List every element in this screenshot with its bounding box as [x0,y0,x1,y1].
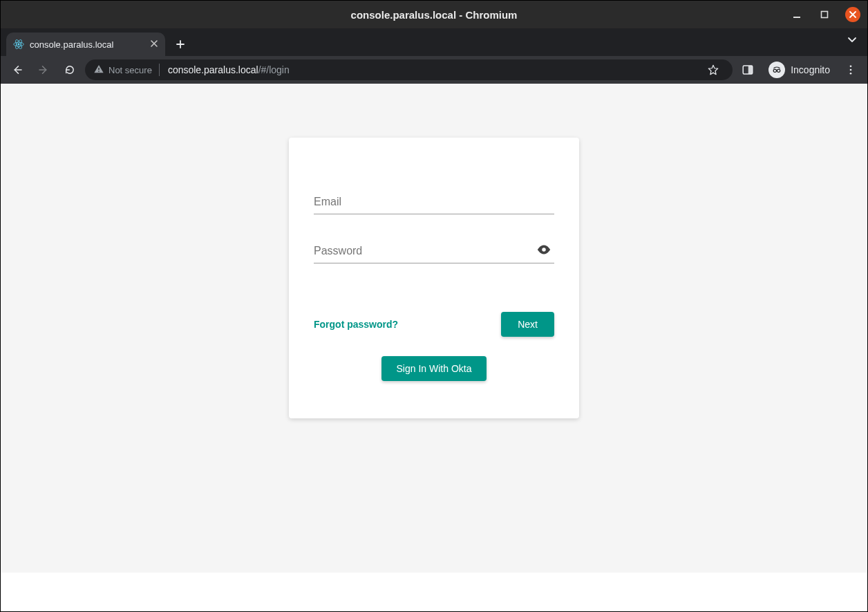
svg-point-15 [542,248,546,252]
security-indicator[interactable]: Not secure [93,64,162,77]
window-controls [790,1,860,28]
nav-forward-button[interactable] [32,59,55,81]
svg-rect-6 [98,68,99,70]
browser-chrome: console.paralus.local [1,28,867,611]
password-input[interactable] [314,242,554,263]
window-minimize-button[interactable] [790,8,804,21]
page-viewport: Email Password Forgot password? Next Sig… [1,84,867,611]
login-card: Email Password Forgot password? Next Sig… [289,138,579,418]
incognito-indicator[interactable]: Incognito [763,60,836,80]
login-actions-row: Forgot password? Next [314,312,554,337]
tab-strip: console.paralus.local [1,28,867,56]
svg-point-10 [773,69,776,72]
svg-point-14 [850,73,852,75]
svg-rect-1 [822,12,828,18]
side-panel-icon[interactable] [737,59,759,81]
show-password-icon[interactable] [536,242,551,260]
svg-point-13 [850,69,852,71]
next-button[interactable]: Next [501,312,554,337]
browser-tab-active[interactable]: console.paralus.local [6,33,165,56]
incognito-icon [768,62,785,78]
forgot-password-link[interactable]: Forgot password? [314,319,398,330]
address-divider [159,64,160,76]
svg-point-12 [850,65,852,67]
nav-reload-button[interactable] [59,59,81,81]
sign-in-okta-button[interactable]: Sign In With Okta [381,356,487,381]
url-path: /#/login [258,64,290,75]
security-label: Not secure [108,65,152,75]
nav-back-button[interactable] [6,59,28,81]
url-host: console.paralus.local [168,64,258,75]
os-window: console.paralus.local - Chromium [0,0,868,612]
tab-title: console.paralus.local [30,39,144,50]
warning-triangle-icon [93,64,104,77]
browser-menu-button[interactable] [840,59,862,81]
browser-toolbar: Not secure console.paralus.local /#/logi… [1,56,867,84]
email-field-wrapper: Email [314,193,554,214]
new-tab-button[interactable] [171,35,190,54]
svg-point-2 [18,44,20,46]
react-favicon-icon [13,39,24,50]
svg-rect-9 [748,66,753,74]
email-input[interactable] [314,193,554,214]
svg-point-11 [777,69,780,72]
tab-close-icon[interactable] [150,39,158,50]
address-bar[interactable]: Not secure console.paralus.local /#/logi… [85,59,733,80]
os-titlebar: console.paralus.local - Chromium [1,1,867,28]
password-field-wrapper: Password [314,242,554,263]
window-title: console.paralus.local - Chromium [351,9,518,21]
incognito-label: Incognito [791,64,830,75]
window-maximize-button[interactable] [818,8,831,21]
bookmark-star-icon[interactable] [702,59,724,81]
tab-overflow-icon[interactable] [847,34,858,48]
address-url: console.paralus.local /#/login [168,64,290,75]
window-close-button[interactable] [845,7,860,22]
svg-rect-0 [793,17,800,18]
svg-rect-7 [98,71,99,71]
